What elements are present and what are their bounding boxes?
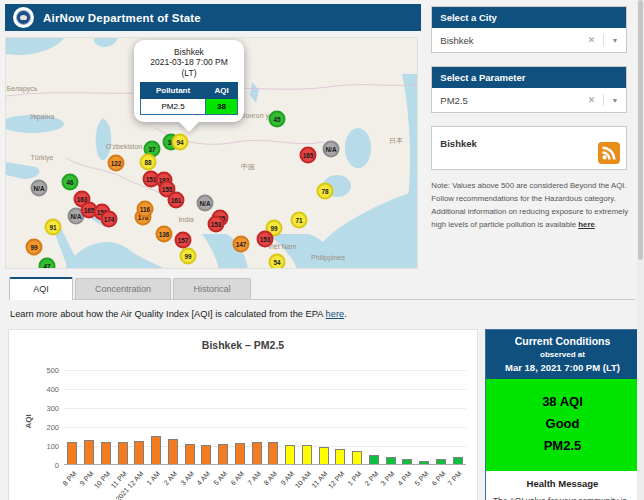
popup-datetime: 2021-03-18 7:00 PM (LT) (140, 57, 238, 78)
aqi-map-marker[interactable]: 88 (140, 154, 157, 171)
chart-bar[interactable] (67, 442, 77, 464)
bottom-row: Bishkek – PM2.5 AQI 0100200300400500 8 P… (0, 329, 644, 500)
chart-gridline (64, 427, 466, 428)
chart-bar[interactable] (319, 447, 329, 464)
current-aqi-value: 38 AQI (490, 391, 635, 413)
aqi-map-marker[interactable]: N/A (323, 141, 340, 158)
sidebar: Select a City Bishkek ✕ ▼ Select a Param… (431, 0, 644, 269)
tab-historical[interactable]: Historical (173, 278, 251, 299)
aqi-map-marker[interactable]: 47 (39, 258, 56, 270)
chart-bar[interactable] (168, 439, 178, 464)
chart-bar[interactable] (235, 443, 245, 464)
chart-bar[interactable] (101, 442, 111, 464)
chart-y-tick: 500 (46, 366, 59, 375)
aqi-map-marker[interactable]: 46 (62, 174, 79, 191)
aqi-map-marker[interactable]: 99 (180, 248, 197, 265)
aqi-map-marker[interactable]: 174 (101, 211, 118, 228)
chart-bar[interactable] (84, 440, 94, 464)
current-conditions-title: Current Conditions (490, 335, 635, 347)
chart-x-tick-label: 8 AM (263, 470, 279, 487)
chart-x-tick-label: 7 AM (246, 470, 262, 487)
aqi-map-marker[interactable]: 122 (108, 155, 125, 172)
parameter-clear-icon[interactable]: ✕ (588, 95, 596, 105)
current-aqi-block: 38 AQI Good PM2.5 (486, 379, 639, 471)
chart-bar[interactable] (118, 442, 128, 464)
chart-bar[interactable] (386, 457, 396, 464)
chart-bar[interactable] (352, 451, 362, 464)
chart-y-tick: 0 (55, 461, 59, 470)
learn-more-text: Learn more about how the Air Quality Ind… (10, 309, 644, 319)
tab-aqi[interactable]: AQI (9, 277, 73, 300)
aqi-map-marker[interactable]: 91 (45, 219, 62, 236)
aqi-map-marker[interactable]: 71 (291, 212, 308, 229)
app-title: AirNow Department of State (43, 12, 201, 24)
tab-concentration[interactable]: Concentration (75, 278, 171, 299)
aqi-world-map[interactable]: БеларусьУкраїнаTürkiyeO'zbekistonМонгол … (5, 37, 418, 269)
chart-x-tick-label: 7 PM (447, 470, 463, 487)
observed-at-label: observed at (490, 350, 635, 359)
chart-x-tick-label: 5 PM (413, 470, 429, 487)
current-conditions-wrap: Current Conditions observed at Mar 18, 2… (485, 329, 640, 500)
aqi-map-marker[interactable]: 161 (168, 192, 185, 209)
chart-x-tick-label: 2 AM (162, 470, 178, 487)
parameter-select[interactable]: PM2.5 ✕ ▼ (432, 88, 626, 112)
chart-x-tick-label: 6 AM (229, 470, 245, 487)
current-aqi-category: Good (490, 413, 635, 435)
page-scrollbar[interactable] (637, 0, 644, 500)
popup-pollutant-value: PM2.5 (141, 99, 206, 115)
chart-bar[interactable] (201, 445, 211, 464)
chart-bar[interactable] (151, 436, 161, 464)
popup-city: Bishkek (140, 47, 238, 57)
aqi-map-marker[interactable]: 153 (257, 231, 274, 248)
aqi-map-marker[interactable]: 45 (269, 111, 286, 128)
aqi-map-marker[interactable]: 157 (175, 232, 192, 249)
aqi-map-marker[interactable]: 147 (233, 236, 250, 253)
city-select[interactable]: Bishkek ✕ ▼ (432, 28, 626, 52)
airnow-page: AirNow Department of State (0, 0, 644, 500)
chart-bar[interactable] (335, 449, 345, 464)
epa-here-link[interactable]: here (326, 309, 345, 319)
select-divider (603, 94, 604, 106)
chart-bar[interactable] (419, 461, 429, 464)
aqi-map-marker[interactable]: 99 (26, 239, 43, 256)
chart-gridline (64, 408, 466, 409)
aqi-map-marker[interactable]: 94 (172, 134, 189, 151)
chart-x-tick-label: 1 AM (145, 470, 161, 487)
chart-y-axis-label: AQI (24, 414, 33, 428)
aqi-map-marker[interactable]: 54 (269, 254, 286, 270)
aqi-map-marker[interactable]: 136 (156, 226, 173, 243)
top-row: AirNow Department of State (0, 0, 644, 269)
sidebar-note-here-link[interactable]: here (578, 220, 594, 229)
chart-bar[interactable] (453, 457, 463, 464)
chart-x-axis-labels: 8 PM9 PM10 PM11 PM2021 12 AM1 AM2 AM3 AM… (64, 466, 466, 500)
chart-bar[interactable] (252, 442, 262, 464)
chart-title: Bishkek – PM2.5 (9, 330, 477, 351)
chart-bar[interactable] (302, 445, 312, 464)
popup-aqi-table: Pollutant AQI PM2.5 38 (140, 82, 238, 115)
city-select-value: Bishkek (440, 35, 588, 46)
aqi-map-marker[interactable]: N/A (197, 195, 214, 212)
chart-bar[interactable] (134, 441, 144, 464)
rss-icon[interactable] (598, 142, 620, 164)
chart-bar[interactable] (436, 459, 446, 464)
chart-bar[interactable] (185, 444, 195, 464)
chart-bar[interactable] (369, 455, 379, 464)
chart-y-tick: 300 (46, 404, 59, 413)
aqi-map-marker[interactable]: 153 (208, 216, 225, 233)
health-message-title: Health Message (493, 478, 632, 489)
map-country-label: India (178, 216, 193, 223)
chart-bar[interactable] (218, 444, 228, 464)
aqi-map-marker[interactable]: 116 (137, 201, 154, 218)
scrollbar-thumb[interactable] (638, 0, 643, 260)
chart-bar[interactable] (285, 445, 295, 464)
parameter-dropdown-caret-icon[interactable]: ▼ (611, 97, 618, 104)
map-country-label: 日本 (389, 136, 403, 146)
city-clear-icon[interactable]: ✕ (588, 35, 596, 45)
chart-bar[interactable] (268, 442, 278, 464)
city-dropdown-caret-icon[interactable]: ▼ (611, 37, 618, 44)
chart-bar[interactable] (402, 459, 412, 464)
aqi-map-marker[interactable]: N/A (31, 180, 48, 197)
chart-x-tick-label: 11 AM (311, 470, 329, 489)
aqi-map-marker[interactable]: 165 (300, 147, 317, 164)
aqi-map-marker[interactable]: 78 (317, 183, 334, 200)
